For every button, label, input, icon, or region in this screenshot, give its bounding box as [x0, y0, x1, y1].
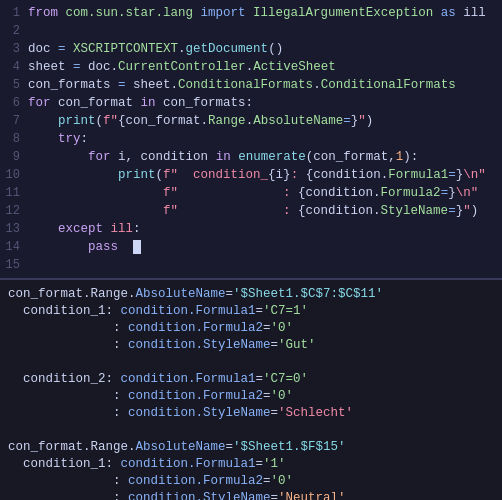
code-line-8: 8 try: [0, 130, 502, 148]
line-number: 7 [0, 112, 28, 130]
output-area: con_format.Range.AbsoluteName='$Sheet1.$… [0, 280, 502, 500]
code-editor: 1 from com.sun.star.lang import IllegalA… [0, 0, 502, 280]
line-number: 12 [0, 202, 28, 220]
line-number: 2 [0, 22, 28, 40]
line-number: 3 [0, 40, 28, 58]
output-b2-cond1-style: : condition.StyleName='Neutral' [8, 490, 494, 500]
output-range-2: con_format.Range.AbsoluteName='$Sheet1.$… [8, 439, 494, 456]
code-line-6: 6 for con_format in con_formats: [0, 94, 502, 112]
line-number: 14 [0, 238, 28, 256]
code-line-1: 1 from com.sun.star.lang import IllegalA… [0, 4, 502, 22]
code-text: except ill: [28, 220, 502, 238]
line-number: 8 [0, 130, 28, 148]
line-number: 4 [0, 58, 28, 76]
code-line-14: 14 pass [0, 238, 502, 256]
code-text: doc = XSCRIPTCONTEXT.getDocument() [28, 40, 502, 58]
code-line-15: 15 [0, 256, 502, 274]
output-cond1-f2: : condition.Formula2='0' [8, 320, 494, 337]
output-cond1-label: condition_1: condition.Formula1='C7=1' [8, 303, 494, 320]
output-cond2-style: : condition.StyleName='Schlecht' [8, 405, 494, 422]
output-cond2-label: condition_2: condition.Formula1='C7=0' [8, 371, 494, 388]
line-number: 5 [0, 76, 28, 94]
code-text: for con_format in con_formats: [28, 94, 502, 112]
code-text: try: [28, 130, 502, 148]
code-line-3: 3 doc = XSCRIPTCONTEXT.getDocument() [0, 40, 502, 58]
line-number: 15 [0, 256, 28, 274]
output-spacer-2 [8, 422, 494, 439]
code-line-9: 9 for i, condition in enumerate(con_form… [0, 148, 502, 166]
code-text: pass [28, 238, 502, 256]
output-spacer-1 [8, 354, 494, 371]
code-line-10: 10 print(f" condition_{i}: {condition.Fo… [0, 166, 502, 184]
code-line-4: 4 sheet = doc.CurrentController.ActiveSh… [0, 58, 502, 76]
line-number: 9 [0, 148, 28, 166]
code-line-7: 7 print(f"{con_format.Range.AbsoluteName… [0, 112, 502, 130]
code-line-2: 2 [0, 22, 502, 40]
code-line-12: 12 f" : {condition.StyleName=}") [0, 202, 502, 220]
output-b2-cond1-f2: : condition.Formula2='0' [8, 473, 494, 490]
code-line-11: 11 f" : {condition.Formula2=}\n" [0, 184, 502, 202]
code-line-5: 5 con_formats = sheet.ConditionalFormats… [0, 76, 502, 94]
code-text: for i, condition in enumerate(con_format… [28, 148, 502, 166]
code-text: f" : {condition.StyleName=}") [28, 202, 502, 220]
output-cond2-f2: : condition.Formula2='0' [8, 388, 494, 405]
code-text: f" : {condition.Formula2=}\n" [28, 184, 502, 202]
code-line-13: 13 except ill: [0, 220, 502, 238]
line-number: 11 [0, 184, 28, 202]
output-b2-cond1-label: condition_1: condition.Formula1='1' [8, 456, 494, 473]
line-number: 6 [0, 94, 28, 112]
code-text: con_formats = sheet.ConditionalFormats.C… [28, 76, 502, 94]
line-number: 13 [0, 220, 28, 238]
line-number: 10 [0, 166, 28, 184]
code-text: sheet = doc.CurrentController.ActiveShee… [28, 58, 502, 76]
output-range-1: con_format.Range.AbsoluteName='$Sheet1.$… [8, 286, 494, 303]
code-text: print(f"{con_format.Range.AbsoluteName=}… [28, 112, 502, 130]
code-text: print(f" condition_{i}: {condition.Formu… [28, 166, 502, 184]
output-cond1-style: : condition.StyleName='Gut' [8, 337, 494, 354]
code-text: from com.sun.star.lang import IllegalArg… [28, 4, 502, 22]
line-number: 1 [0, 4, 28, 22]
